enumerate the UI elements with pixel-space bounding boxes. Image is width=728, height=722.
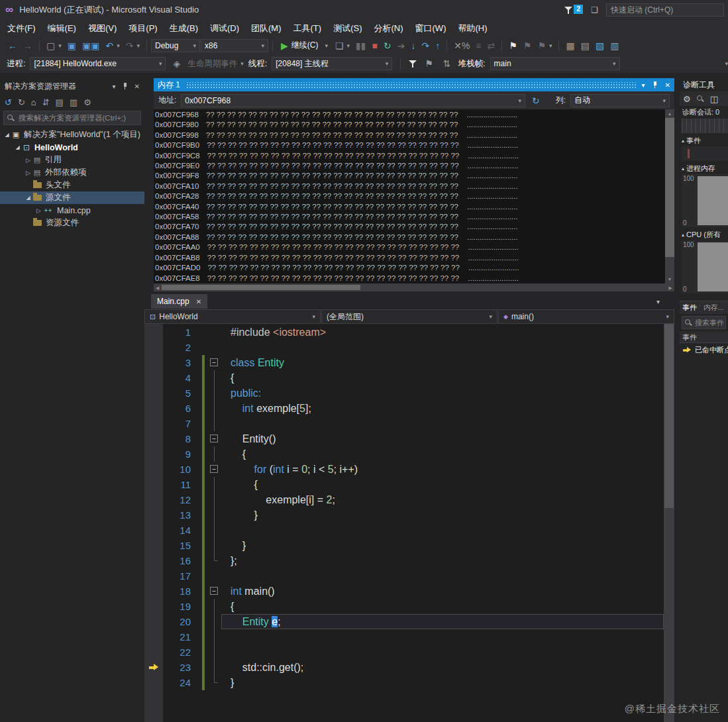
tree-item-3[interactable]: ▷▤外部依赖项 bbox=[0, 166, 144, 179]
address-combo[interactable]: 0x007CF968 ▾ bbox=[181, 94, 525, 107]
collapse-box-icon[interactable]: − bbox=[210, 435, 218, 442]
scrollbar-thumb[interactable] bbox=[665, 118, 674, 257]
member-combo[interactable]: ◆ main() ▾ bbox=[498, 309, 674, 324]
close-icon[interactable]: ✕ bbox=[665, 81, 670, 89]
quick-launch-input[interactable]: 快速启动 (Ctrl+Q) bbox=[606, 3, 724, 17]
tab-close-icon[interactable]: ✕ bbox=[196, 298, 201, 305]
collapse-icon[interactable]: ◢ bbox=[13, 144, 22, 150]
menu-item-2[interactable]: 视图(V) bbox=[82, 21, 123, 36]
nav-back-icon[interactable]: ← bbox=[5, 38, 20, 53]
code-line-3[interactable]: 3−class Entity bbox=[144, 355, 664, 370]
collapse-all-icon[interactable]: ▤ bbox=[56, 97, 64, 107]
events-search-input[interactable]: 搜索事件 bbox=[682, 316, 726, 329]
memory-row-0[interactable]: 0x007CF968?? ?? ?? ?? ?? ?? ?? ?? ?? ?? … bbox=[155, 110, 664, 120]
process-combo[interactable]: [21884] HelloWorld.exe▾ bbox=[30, 57, 166, 70]
memory-row-15[interactable]: 0x007CFAD0?? ?? ?? ?? ?? ?? ?? ?? ?? ?? … bbox=[155, 263, 664, 273]
rows-icon[interactable]: ▤ bbox=[578, 38, 592, 53]
back-icon[interactable]: ↺ bbox=[5, 97, 12, 107]
fold-margin[interactable]: − bbox=[208, 355, 221, 370]
grid-icon[interactable]: ▦ bbox=[563, 38, 577, 53]
columns-combo[interactable]: 自动 ▾ bbox=[570, 94, 670, 107]
code-line-15[interactable]: 15 } bbox=[144, 538, 664, 553]
scroll-down-icon[interactable]: ▼ bbox=[668, 275, 672, 284]
document-list-icon[interactable]: ▾ bbox=[656, 298, 660, 305]
breakpoint-margin[interactable] bbox=[144, 370, 163, 386]
tab-events[interactable]: 事件 bbox=[682, 303, 697, 313]
code-line-2[interactable]: 2 bbox=[144, 340, 664, 355]
expand-icon[interactable]: ▷ bbox=[34, 207, 43, 214]
breakpoint-margin[interactable] bbox=[144, 401, 163, 416]
menu-item-9[interactable]: 分析(N) bbox=[368, 21, 409, 36]
tree-item-6[interactable]: ▷++Main.cpp bbox=[0, 204, 144, 217]
scrollbar-thumb[interactable] bbox=[664, 324, 674, 508]
memory-row-13[interactable]: 0x007CFAA0?? ?? ?? ?? ?? ?? ?? ?? ?? ?? … bbox=[155, 242, 664, 252]
scrollbar-thumb[interactable] bbox=[162, 285, 360, 290]
menu-item-6[interactable]: 团队(M) bbox=[245, 21, 287, 36]
menu-item-3[interactable]: 项目(P) bbox=[123, 21, 163, 36]
memory-row-10[interactable]: 0x007CFA58?? ?? ?? ?? ?? ?? ?? ?? ?? ?? … bbox=[155, 212, 664, 222]
select-view-icon[interactable]: ◫ bbox=[710, 94, 718, 104]
memory-vertical-scrollbar[interactable]: ▲ ▼ bbox=[665, 109, 674, 284]
memory-horizontal-scrollbar[interactable]: ◀ ▶ bbox=[154, 284, 674, 291]
breakpoint-margin[interactable] bbox=[144, 523, 163, 538]
code-line-1[interactable]: 1#include <iostream> bbox=[144, 325, 664, 340]
menu-item-5[interactable]: 调试(D) bbox=[204, 21, 245, 36]
continue-button[interactable]: ▶继续(C)▾ bbox=[277, 38, 332, 53]
breakpoint-margin[interactable] bbox=[144, 629, 163, 645]
flag-current-thread-icon[interactable]: ⚑ bbox=[422, 56, 436, 71]
memory-row-11[interactable]: 0x007CFA70?? ?? ?? ?? ?? ?? ?? ?? ?? ?? … bbox=[155, 222, 664, 232]
menu-item-4[interactable]: 生成(B) bbox=[164, 21, 204, 36]
collapse-box-icon[interactable]: − bbox=[210, 465, 218, 473]
tree-item-2[interactable]: ▷▤引用 bbox=[0, 154, 144, 166]
code-line-23[interactable]: 23 std::cin.get(); bbox=[144, 660, 664, 675]
menu-item-11[interactable]: 帮助(H) bbox=[452, 21, 493, 36]
save-icon[interactable]: ▣ bbox=[65, 38, 79, 53]
memory-row-1[interactable]: 0x007CF980?? ?? ?? ?? ?? ?? ?? ?? ?? ?? … bbox=[155, 120, 664, 130]
pin-icon[interactable] bbox=[652, 81, 658, 89]
menu-item-10[interactable]: 窗口(W) bbox=[409, 21, 452, 36]
flag-next-icon[interactable]: ⚑▾ bbox=[535, 38, 554, 53]
thread-combo[interactable]: [20848] 主线程▾ bbox=[272, 57, 392, 70]
code-line-10[interactable]: 10− for (int i = 0; i < 5; i++) bbox=[144, 462, 664, 477]
restart-icon[interactable]: ↻ bbox=[381, 38, 394, 53]
list-icon[interactable]: ≡ bbox=[473, 38, 484, 53]
lifecycle-icon[interactable]: ◈ bbox=[170, 56, 183, 71]
swap-icon[interactable]: ⇄ bbox=[485, 38, 498, 53]
columns-icon[interactable]: ▥ bbox=[607, 38, 621, 53]
breakpoint-margin[interactable] bbox=[144, 416, 163, 431]
overflow-chevron-icon[interactable]: ▾ bbox=[721, 60, 728, 67]
memory-content[interactable]: 0x007CF968?? ?? ?? ?? ?? ?? ?? ?? ?? ?? … bbox=[154, 109, 665, 284]
fold-margin[interactable]: − bbox=[208, 462, 221, 477]
breakpoint-margin[interactable] bbox=[144, 584, 163, 599]
breakpoint-margin[interactable] bbox=[144, 660, 163, 675]
scroll-left-icon[interactable]: ◀ bbox=[156, 284, 159, 292]
code-line-4[interactable]: 4{ bbox=[144, 370, 664, 386]
window-position-icon[interactable]: ▾ bbox=[642, 81, 645, 89]
breakpoint-margin[interactable] bbox=[144, 568, 163, 584]
code-editor[interactable]: 1#include <iostream>23−class Entity4{5pu… bbox=[144, 324, 664, 722]
pause-icon[interactable]: ▮▮ bbox=[353, 38, 368, 53]
memory-row-2[interactable]: 0x007CF998?? ?? ?? ?? ?? ?? ?? ?? ?? ?? … bbox=[155, 130, 664, 140]
timeline-ruler[interactable] bbox=[682, 119, 728, 133]
percent-icon[interactable]: ✕% bbox=[451, 38, 472, 53]
sync-icon[interactable]: ⇵ bbox=[42, 97, 50, 107]
expand-icon[interactable]: ▷ bbox=[24, 157, 32, 164]
breakpoint-margin[interactable] bbox=[144, 462, 163, 477]
export-icon[interactable]: ▧ bbox=[593, 38, 607, 53]
save-all-icon[interactable]: ▣▣ bbox=[79, 38, 102, 53]
solution-explorer-titlebar[interactable]: 解决方案资源管理器 ▾ ✕ bbox=[0, 78, 144, 94]
code-line-5[interactable]: 5public: bbox=[144, 386, 664, 401]
editor-scrollbar[interactable] bbox=[664, 324, 674, 722]
tab-memory-usage[interactable]: 内存... bbox=[703, 303, 724, 313]
code-line-7[interactable]: 7 bbox=[144, 416, 664, 431]
breakpoint-margin[interactable] bbox=[144, 599, 163, 614]
collapse-box-icon[interactable]: − bbox=[210, 358, 218, 366]
code-line-19[interactable]: 19{ bbox=[144, 599, 664, 614]
memory-row-6[interactable]: 0x007CF9F8?? ?? ?? ?? ?? ?? ?? ?? ?? ?? … bbox=[155, 171, 664, 181]
breakpoint-margin[interactable] bbox=[144, 340, 163, 355]
stop-icon[interactable]: ■ bbox=[370, 38, 380, 53]
project-combo[interactable]: ⊡ HelloWorld ▾ bbox=[144, 309, 321, 324]
code-line-12[interactable]: 12 exemple[i] = 2; bbox=[144, 492, 664, 507]
expand-icon[interactable]: ▷ bbox=[24, 170, 32, 176]
forward-icon[interactable]: ↻ bbox=[18, 97, 25, 107]
